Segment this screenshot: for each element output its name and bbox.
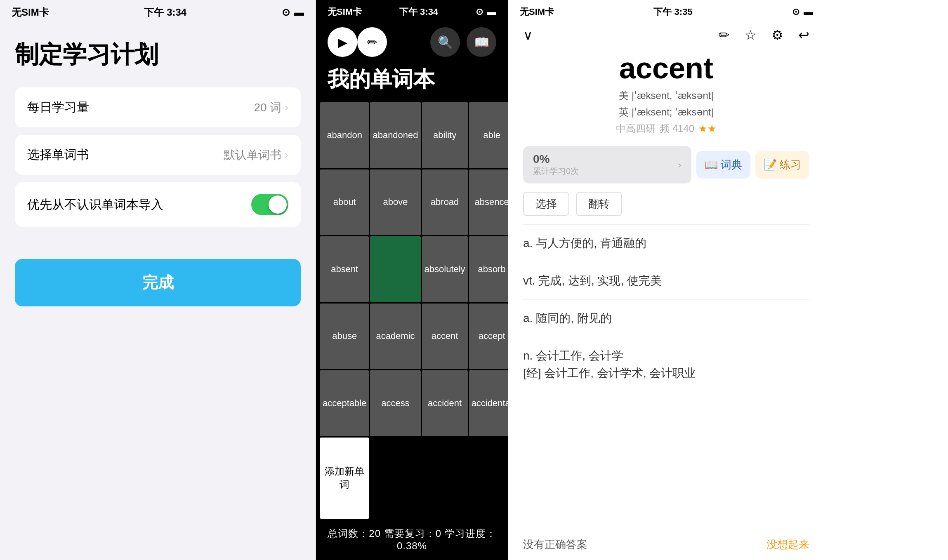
panel-study-plan: 无SIM卡 下午 3:34 ⊙ ▬ 制定学习计划 每日学习量 20 词 › 选择… xyxy=(0,0,316,560)
progress-chevron-icon: › xyxy=(678,159,682,171)
meta-freq: 频 4140 xyxy=(660,122,694,135)
progress-percent: 0% 累计学习0次 xyxy=(533,153,579,177)
status-bar-2: 无SIM卡 下午 3:34 ⊙ ▬ xyxy=(316,0,508,21)
word-cell[interactable]: academic xyxy=(370,304,420,369)
word-cell[interactable]: accent xyxy=(422,304,468,369)
divider-2 xyxy=(523,262,809,262)
divider-3 xyxy=(523,299,809,300)
practice-button[interactable]: 📝 练习 xyxy=(755,151,809,179)
forgot-button[interactable]: 没想起来 xyxy=(766,537,809,552)
carrier-2: 无SIM卡 xyxy=(328,6,362,18)
chevron-icon-daily: › xyxy=(285,101,288,114)
battery-icon: ▬ xyxy=(294,7,304,18)
meta-stars: ★★ xyxy=(698,123,717,134)
search-button[interactable]: 🔍 xyxy=(430,27,460,57)
play-button[interactable]: ▶ xyxy=(328,27,357,57)
progress-box[interactable]: 0% 累计学习0次 › xyxy=(523,146,691,184)
eye-icon: ⊙ xyxy=(282,7,290,18)
page-title-1: 制定学习计划 xyxy=(15,39,301,71)
word-cell[interactable]: ability xyxy=(422,102,468,168)
book-value: 默认单词书 › xyxy=(224,147,288,163)
word-cell[interactable]: abuse xyxy=(320,304,369,369)
add-new-word-button[interactable]: 添加新单词 xyxy=(320,438,369,519)
word-cell[interactable]: abandoned xyxy=(370,102,420,168)
daily-amount-row[interactable]: 每日学习量 20 词 › xyxy=(15,87,301,127)
star-icon[interactable]: ☆ xyxy=(745,27,757,43)
gear-icon[interactable]: ⚙ xyxy=(771,27,783,43)
phonetics-uk: 英 |ˈæksent; ˈæksənt| xyxy=(508,104,824,120)
status-bar-3: 无SIM卡 下午 3:35 ⊙ ▬ xyxy=(508,0,824,21)
priority-toggle-row: 优先从不认识单词本导入 xyxy=(15,182,301,227)
word-title: accent xyxy=(508,47,824,87)
daily-label: 每日学习量 xyxy=(27,99,89,116)
priority-toggle[interactable] xyxy=(251,194,288,215)
status-icons-2: ⊙ ▬ xyxy=(476,7,496,17)
definition-3: a. 随同的, 附见的 xyxy=(508,304,824,333)
word-cell[interactable]: access xyxy=(370,370,420,436)
no-answer-label: 没有正确答案 xyxy=(523,537,587,552)
meta-level: 中高四研 xyxy=(616,122,656,135)
priority-label: 优先从不认识单词本导入 xyxy=(27,196,163,213)
word-cell-highlighted[interactable] xyxy=(370,236,420,302)
bottom-row: 没有正确答案 没想起来 xyxy=(508,529,824,560)
wordlist-title: 我的单词本 xyxy=(316,61,508,102)
dict-button[interactable]: 📖 词典 xyxy=(696,151,750,179)
time-1: 下午 3:34 xyxy=(144,6,186,19)
word-meta: 中高四研 频 4140 ★★ xyxy=(508,120,824,142)
chevron-icon-book: › xyxy=(285,148,288,161)
book-select-row[interactable]: 选择单词书 默认单词书 › xyxy=(15,135,301,175)
done-button[interactable]: 完成 xyxy=(15,259,301,306)
carrier-1: 无SIM卡 xyxy=(12,6,49,19)
stats-bar: 总词数：20 需要复习：0 学习进度：0.38% xyxy=(316,519,508,560)
definition-2: vt. 完成, 达到, 实现, 使完美 xyxy=(508,266,824,295)
tag-flip[interactable]: 翻转 xyxy=(576,192,622,216)
carrier-3: 无SIM卡 xyxy=(520,6,554,18)
definition-4: n. 会计工作, 会计学 [经] 会计工作, 会计学术, 会计职业 xyxy=(508,341,824,388)
time-2: 下午 3:34 xyxy=(399,6,438,18)
book-button[interactable]: 📖 xyxy=(467,27,496,57)
status-icons-1: ⊙ ▬ xyxy=(282,7,304,18)
book-label: 选择单词书 xyxy=(27,146,89,163)
divider-4 xyxy=(523,337,809,337)
word-grid: abandon abandoned ability able about abo… xyxy=(316,102,508,519)
word-cell[interactable]: abroad xyxy=(422,169,468,235)
progress-row: 0% 累计学习0次 › 📖 词典 📝 练习 xyxy=(508,142,824,188)
battery-icon-2: ▬ xyxy=(487,7,496,17)
word-cell[interactable]: accident xyxy=(422,370,468,436)
panel-word-detail: 无SIM卡 下午 3:35 ⊙ ▬ ∨ ✏ ☆ ⚙ ↩ accent 美 |ˈæ… xyxy=(508,0,824,560)
phonetics-us: 美 |ˈæksent, ˈæksənt| xyxy=(508,87,824,104)
eye-icon-2: ⊙ xyxy=(476,7,483,17)
toolbar-2: ▶ ✏ 🔍 📖 xyxy=(316,21,508,61)
status-icons-3: ⊙ ▬ xyxy=(792,7,813,17)
status-bar-1: 无SIM卡 下午 3:34 ⊙ ▬ xyxy=(0,0,316,22)
tag-row: 选择 翻转 xyxy=(508,188,824,220)
edit-button[interactable]: ✏ xyxy=(357,27,387,57)
word-cell[interactable]: above xyxy=(370,169,420,235)
word-cell[interactable]: absent xyxy=(320,236,369,302)
word-cell[interactable]: acceptable xyxy=(320,370,369,436)
definition-1: a. 与人方便的, 肯通融的 xyxy=(508,229,824,258)
battery-icon-3: ▬ xyxy=(804,7,813,17)
nav-icons-right: ✏ ☆ ⚙ ↩ xyxy=(719,27,809,43)
chevron-down-icon[interactable]: ∨ xyxy=(523,27,533,43)
word-cell[interactable]: absolutely xyxy=(422,236,468,302)
divider-1 xyxy=(523,224,809,225)
nav-bar-3: ∨ ✏ ☆ ⚙ ↩ xyxy=(508,21,824,47)
time-3: 下午 3:35 xyxy=(653,6,692,18)
panel-word-list: 无SIM卡 下午 3:34 ⊙ ▬ ▶ ✏ 🔍 📖 我的单词本 abandon … xyxy=(316,0,508,560)
tag-select[interactable]: 选择 xyxy=(523,192,569,216)
daily-value: 20 词 › xyxy=(254,100,288,115)
eye-icon-3: ⊙ xyxy=(792,7,799,17)
word-cell[interactable]: about xyxy=(320,169,369,235)
back-icon[interactable]: ↩ xyxy=(798,27,809,43)
word-cell[interactable]: abandon xyxy=(320,102,369,168)
pencil-icon[interactable]: ✏ xyxy=(719,27,730,43)
